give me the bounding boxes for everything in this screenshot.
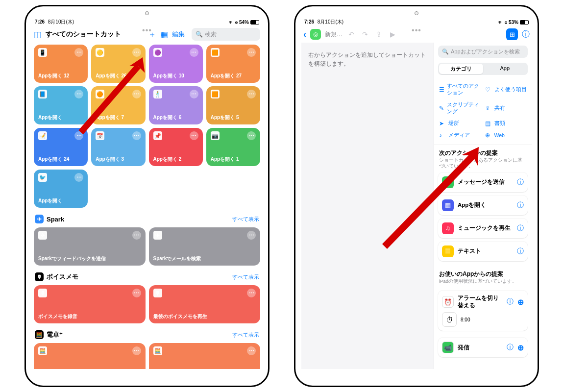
- section-name: ボイスメモ: [47, 272, 78, 281]
- redo-icon[interactable]: ↷: [360, 30, 370, 38]
- search-field[interactable]: 🔍 検索: [192, 28, 260, 41]
- tile-more-icon[interactable]: ⋯: [247, 346, 256, 355]
- category-item[interactable]: ⇪共有: [485, 99, 527, 117]
- suggestion-item[interactable]: ☰テキストⓘ: [438, 242, 528, 261]
- tile-app-icon: 📘: [38, 90, 47, 98]
- shortcut-tile[interactable]: ✈⋯Sparkでフィードバックを送信: [34, 227, 146, 266]
- section-app-icon: ✈: [35, 215, 44, 223]
- suggestion-info-icon[interactable]: ⓘ: [517, 178, 524, 187]
- category-item[interactable]: ♪メディア: [439, 130, 481, 141]
- suggestion-icon: 💬: [442, 176, 454, 188]
- shortcut-tile[interactable]: 🕺⋯Appを開く 6: [149, 86, 203, 124]
- tile-more-icon[interactable]: ⋯: [74, 131, 83, 140]
- shortcut-tile[interactable]: 🎙⋯ボイスメモを録音: [34, 285, 146, 323]
- category-item[interactable]: ▤書類: [485, 118, 527, 129]
- shortcut-tile[interactable]: 🟡⋯Appを開く 26: [91, 45, 145, 83]
- suggestion-info-icon[interactable]: ⓘ: [517, 224, 524, 233]
- back-icon[interactable]: ‹: [303, 29, 306, 40]
- app-card-info-icon[interactable]: ⓘ: [507, 297, 514, 306]
- tile-more-icon[interactable]: ⋯: [247, 131, 256, 140]
- shortcut-tile[interactable]: 📘⋯Appを開く: [34, 86, 88, 124]
- shortcut-tile[interactable]: 🐦⋯Appを開く: [34, 170, 88, 208]
- app-suggestion-card[interactable]: ⏰アラームを切り替えるⓘ⊕⏱8:00: [438, 291, 528, 331]
- category-item[interactable]: ☰すべてのアクション: [439, 81, 481, 98]
- tile-more-icon[interactable]: ⋯: [247, 231, 256, 240]
- tile-more-icon[interactable]: ⋯: [132, 90, 141, 98]
- tile-more-icon[interactable]: ⋯: [74, 48, 83, 57]
- app-card-add-icon[interactable]: ⊕: [517, 297, 524, 307]
- undo-icon[interactable]: ↶: [346, 30, 356, 38]
- action-search-placeholder: Appおよびアクションを検索: [451, 48, 520, 55]
- shortcut-grid: 📱⋯Appを開く 12🟡⋯Appを開く 26🟣⋯Appを開く 10🟧⋯Appを開…: [32, 43, 262, 210]
- segment-app[interactable]: App: [483, 64, 527, 74]
- view-mode-icon[interactable]: ▦: [160, 29, 168, 40]
- shortcut-tile[interactable]: 🧮⋯Show last calculations in 電卓⁺: [34, 343, 146, 369]
- shortcut-tile[interactable]: 🟧⋯Appを開く 5: [206, 86, 260, 124]
- segment-control[interactable]: カテゴリ App: [438, 63, 528, 75]
- tile-more-icon[interactable]: ⋯: [74, 173, 83, 182]
- tile-more-icon[interactable]: ⋯: [132, 231, 141, 240]
- app-card-add-icon[interactable]: ⊕: [517, 343, 524, 352]
- segment-category[interactable]: カテゴリ: [439, 64, 483, 74]
- tile-app-icon: 🟧: [211, 48, 220, 57]
- suggestion-label: Appを開く: [458, 201, 513, 209]
- app-card-info-icon[interactable]: ⓘ: [507, 343, 514, 352]
- shortcut-name[interactable]: 新規…: [325, 30, 343, 39]
- tile-app-icon: 🕺: [153, 90, 162, 98]
- shortcut-tile[interactable]: 📷⋯Appを開く 1: [206, 128, 260, 166]
- run-icon[interactable]: ▶: [388, 30, 397, 38]
- show-all-link[interactable]: すべて表示: [232, 273, 259, 281]
- shortcut-tile[interactable]: 📝⋯Appを開く 24: [34, 128, 88, 166]
- shortcut-tile[interactable]: 📌⋯Appを開く 2: [149, 128, 203, 166]
- shortcut-tile[interactable]: 🟣⋯Appを開く 10: [149, 45, 203, 83]
- tile-more-icon[interactable]: ⋯: [132, 131, 141, 140]
- show-all-link[interactable]: すべて表示: [232, 216, 259, 223]
- tile-more-icon[interactable]: ⋯: [247, 90, 256, 98]
- tile-label: Appを開く 26: [96, 73, 141, 79]
- shortcut-icon[interactable]: ◎: [310, 29, 321, 40]
- shortcut-tile[interactable]: 🧮⋯Copy last calculation from 電卓⁺: [149, 343, 261, 369]
- share-icon[interactable]: ⇪: [374, 30, 384, 38]
- tile-more-icon[interactable]: ⋯: [247, 289, 256, 297]
- category-item[interactable]: ⊕Web: [485, 130, 527, 141]
- shortcut-tile[interactable]: 🎙⋯最後のボイスメモを再生: [149, 285, 261, 323]
- suggestion-info-icon[interactable]: ⓘ: [517, 201, 524, 210]
- action-search[interactable]: 🔍 Appおよびアクションを検索: [438, 46, 528, 58]
- section-name: Spark: [47, 216, 64, 223]
- category-item[interactable]: ➤場所: [439, 118, 481, 129]
- shortcut-tile[interactable]: 🟠⋯Appを開く 7: [91, 86, 145, 124]
- tile-label: 最後のボイスメモを再生: [153, 313, 256, 320]
- shortcut-tile[interactable]: 📅⋯Appを開く 3: [91, 128, 145, 166]
- tile-more-icon[interactable]: ⋯: [247, 48, 256, 57]
- show-all-link[interactable]: すべて表示: [232, 331, 259, 339]
- app-suggestion-card[interactable]: 📹発信ⓘ⊕: [438, 338, 528, 357]
- category-item[interactable]: ♡よく使う項目: [485, 81, 527, 98]
- add-shortcut-icon[interactable]: ＋: [148, 29, 156, 40]
- tile-more-icon[interactable]: ⋯: [190, 48, 198, 57]
- editor-canvas[interactable]: 右からアクションを追加してショートカットを構築します。: [301, 43, 434, 369]
- shortcut-tile[interactable]: 🟧⋯Appを開く 27: [206, 45, 260, 83]
- info-icon[interactable]: ⓘ: [522, 29, 530, 40]
- tile-more-icon[interactable]: ⋯: [132, 346, 141, 355]
- shortcut-tile[interactable]: 📱⋯Appを開く 12: [34, 45, 88, 83]
- shortcut-tile[interactable]: ✈⋯Sparkでメールを検索: [149, 227, 261, 266]
- category-item[interactable]: ✎スクリプティング: [439, 99, 481, 117]
- edit-button[interactable]: 編集: [172, 30, 185, 39]
- status-battery: 54%: [239, 20, 249, 25]
- suggestion-info-icon[interactable]: ⓘ: [517, 247, 524, 256]
- category-label: メディア: [448, 132, 470, 139]
- library-icon[interactable]: ⊞: [506, 28, 518, 40]
- app-card-sub-icon[interactable]: ⏱: [442, 312, 457, 327]
- tile-more-icon[interactable]: ⋯: [74, 90, 83, 98]
- tile-label: Appを開く: [38, 114, 83, 121]
- tile-more-icon[interactable]: ⋯: [190, 90, 198, 98]
- suggestion-item[interactable]: ▦Appを開くⓘ: [438, 196, 528, 215]
- tile-label: Appを開く 2: [153, 156, 198, 163]
- tile-more-icon[interactable]: ⋯: [190, 131, 198, 140]
- suggestion-item[interactable]: 💬メッセージを送信ⓘ: [438, 172, 528, 192]
- tile-more-icon[interactable]: ⋯: [132, 289, 141, 297]
- tile-more-icon[interactable]: ⋯: [132, 48, 141, 57]
- sidebar-toggle-icon[interactable]: ◫: [34, 29, 42, 40]
- status-date: 8月10日(木): [318, 19, 343, 24]
- suggestion-item[interactable]: ♫ミュージックを再生ⓘ: [438, 219, 528, 238]
